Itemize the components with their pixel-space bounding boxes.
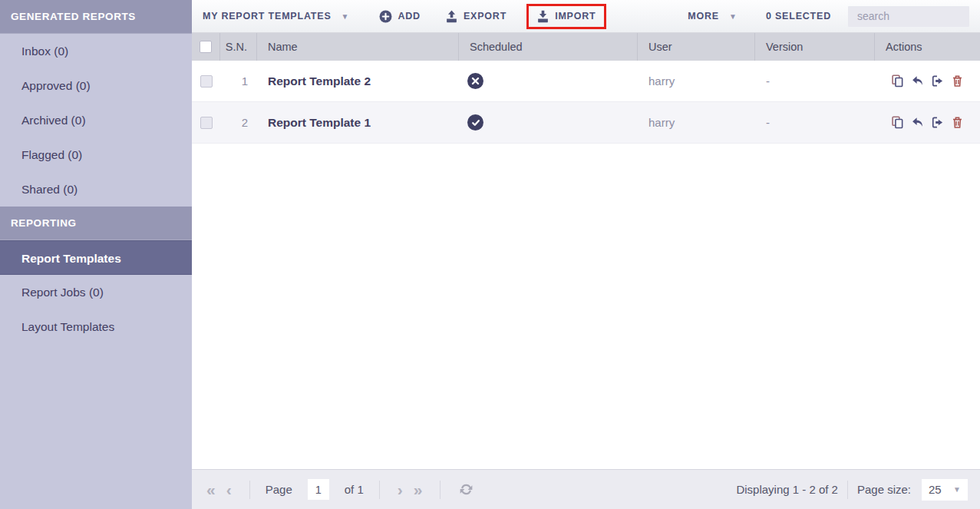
row-version: - (766, 74, 770, 88)
undo-icon[interactable] (910, 115, 925, 130)
table-empty-area (192, 144, 980, 469)
divider (249, 481, 250, 499)
more-dropdown-label: MORE (688, 11, 719, 21)
scheduled-yes-icon (467, 114, 483, 131)
sidebar-item-archived[interactable]: Archived (0) (0, 103, 192, 137)
page-size-dropdown[interactable]: 25 ▼ (922, 479, 968, 501)
sidebar-item-inbox[interactable]: Inbox (0) (0, 34, 192, 68)
column-header-name[interactable]: Name (257, 33, 459, 61)
row-checkbox[interactable] (200, 75, 213, 88)
sidebar-item-shared[interactable]: Shared (0) (0, 172, 192, 207)
table-header-row: S.N. Name Scheduled User Version Actions (192, 33, 980, 61)
displaying-label: Displaying 1 - 2 of 2 (736, 483, 838, 496)
pagination-controls: « ‹ Page of 1 › » (204, 479, 474, 500)
table-row: 1 Report Template 2 harry - (192, 61, 980, 102)
selected-count-label: 0 SELECTED (766, 11, 831, 21)
import-button-label: IMPORT (555, 11, 596, 21)
next-page-icon[interactable]: › (395, 481, 405, 497)
column-header-version[interactable]: Version (755, 33, 875, 61)
sidebar-item-report-templates[interactable]: Report Templates (0, 240, 192, 275)
sidebar-item-report-jobs[interactable]: Report Jobs (0) (0, 275, 192, 309)
row-serial-number: 1 (242, 74, 248, 88)
copy-icon[interactable] (890, 115, 905, 130)
undo-icon[interactable] (910, 74, 925, 88)
previous-page-icon[interactable]: ‹ (224, 481, 234, 497)
row-serial-number: 2 (242, 116, 248, 129)
select-all-checkbox[interactable] (200, 41, 212, 53)
export-button[interactable]: EXPORT (445, 10, 506, 23)
report-template-name-link[interactable]: Report Template 2 (268, 74, 371, 88)
chevron-down-icon: ▼ (342, 12, 349, 21)
column-header-user[interactable]: User (638, 33, 755, 61)
search-input[interactable] (848, 6, 969, 27)
upload-icon (445, 10, 458, 23)
column-header-actions[interactable]: Actions (875, 33, 980, 61)
column-header-sn[interactable]: S.N. (220, 33, 257, 61)
page-size-value: 25 (929, 483, 942, 496)
chevron-down-icon: ▼ (729, 12, 737, 21)
sidebar-filler (0, 344, 192, 509)
report-templates-dropdown-label: MY REPORT TEMPLATES (203, 11, 332, 21)
app-window: GENERATED REPORTS Inbox (0) Approved (0)… (0, 0, 980, 509)
page-label: Page (266, 483, 292, 496)
download-icon (536, 10, 549, 23)
import-highlight-box: IMPORT (526, 4, 605, 29)
import-button[interactable]: IMPORT (536, 10, 596, 23)
sidebar-section-generated-reports: GENERATED REPORTS (0, 0, 192, 34)
column-header-scheduled[interactable]: Scheduled (459, 33, 638, 61)
page-size-label: Page size: (857, 483, 911, 496)
sidebar-item-layout-templates[interactable]: Layout Templates (0, 309, 192, 344)
row-user: harry (648, 116, 675, 129)
row-actions (875, 74, 980, 88)
chevron-down-icon: ▼ (953, 485, 961, 494)
divider (379, 481, 380, 499)
page-number-input[interactable] (308, 479, 329, 500)
delete-icon[interactable] (950, 74, 965, 88)
first-page-icon[interactable]: « (204, 481, 218, 497)
add-icon (379, 10, 392, 23)
row-actions (875, 115, 980, 130)
main-content: MY REPORT TEMPLATES ▼ ADD EXPORT (192, 0, 980, 509)
export-button-label: EXPORT (464, 11, 506, 21)
row-user: harry (648, 74, 675, 88)
scheduled-cell (459, 73, 638, 89)
table-row: 2 Report Template 1 harry - (192, 102, 980, 144)
copy-icon[interactable] (890, 74, 905, 88)
more-dropdown[interactable]: MORE ▼ (688, 11, 737, 21)
add-button[interactable]: ADD (379, 10, 420, 23)
toolbar: MY REPORT TEMPLATES ▼ ADD EXPORT (192, 0, 980, 33)
row-checkbox[interactable] (200, 117, 213, 129)
export-row-icon[interactable] (930, 74, 945, 88)
sidebar-section-reporting: REPORTING (0, 207, 192, 240)
scheduled-cell (459, 114, 638, 131)
page-of-label: of 1 (345, 483, 364, 496)
divider (847, 481, 848, 499)
export-row-icon[interactable] (930, 115, 945, 130)
report-templates-dropdown[interactable]: MY REPORT TEMPLATES ▼ (203, 11, 348, 21)
refresh-icon[interactable] (459, 482, 474, 497)
last-page-icon[interactable]: » (411, 481, 425, 497)
row-version: - (766, 116, 770, 129)
add-button-label: ADD (398, 11, 420, 21)
sidebar: GENERATED REPORTS Inbox (0) Approved (0)… (0, 0, 192, 509)
scheduled-no-icon (467, 73, 483, 89)
select-all-cell (192, 33, 220, 61)
sidebar-item-approved[interactable]: Approved (0) (0, 68, 192, 103)
report-template-name-link[interactable]: Report Template 1 (268, 116, 371, 130)
pagination-summary: Displaying 1 - 2 of 2 Page size: 25 ▼ (736, 479, 968, 501)
delete-icon[interactable] (950, 115, 965, 130)
pagination-bar: « ‹ Page of 1 › » Displaying 1 - 2 o (192, 469, 980, 509)
divider (440, 481, 441, 499)
sidebar-item-flagged[interactable]: Flagged (0) (0, 137, 192, 172)
